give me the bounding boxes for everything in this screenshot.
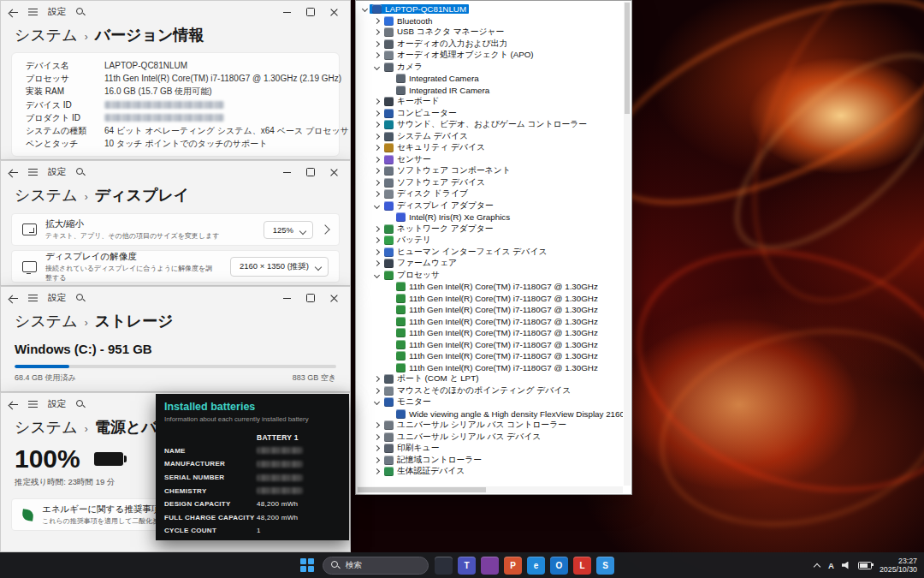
device-node[interactable]: ディスプレイ アダプター xyxy=(382,200,496,212)
device-tree-item[interactable]: ディスク ドライブ xyxy=(358,188,623,200)
device-node[interactable]: 11th Gen Intel(R) Core(TM) i7-1180G7 @ 1… xyxy=(394,317,601,326)
device-node[interactable]: 生体認証デバイス xyxy=(382,466,467,477)
device-tree-item[interactable]: Bluetooth xyxy=(358,15,623,27)
tray-battery-icon[interactable] xyxy=(858,562,872,569)
device-node[interactable]: Integrated Camera xyxy=(394,74,482,83)
device-tree-item[interactable]: USB コネクタ マネージャー xyxy=(358,27,623,39)
breadcrumb-root[interactable]: システム xyxy=(15,185,78,206)
device-tree-item[interactable]: 印刷キュー xyxy=(358,443,623,455)
resolution-setting-row[interactable]: ディスプレイの解像度 接続されているディスプレイに合うように解像度を調整する 2… xyxy=(11,250,340,283)
device-node[interactable]: ファームウェア xyxy=(382,258,459,269)
device-node[interactable]: 11th Gen Intel(R) Core(TM) i7-1180G7 @ 1… xyxy=(394,328,601,337)
device-tree-item[interactable]: オーディオ処理オブジェクト (APO) xyxy=(358,50,623,62)
ime-indicator[interactable]: A xyxy=(828,561,834,570)
device-node[interactable]: 11th Gen Intel(R) Core(TM) i7-1180G7 @ 1… xyxy=(394,294,601,303)
device-tree-item[interactable]: ファームウェア xyxy=(358,258,623,270)
device-tree-item[interactable]: ディスプレイ アダプター xyxy=(358,200,623,212)
device-tree-item[interactable]: Integrated IR Camera xyxy=(358,85,623,97)
back-icon[interactable] xyxy=(9,294,18,302)
breadcrumb-root[interactable]: システム xyxy=(15,311,78,331)
device-node[interactable]: ネットワーク アダプター xyxy=(382,223,496,235)
device-node[interactable]: ヒューマン インターフェイス デバイス xyxy=(382,247,549,258)
search-icon[interactable] xyxy=(76,168,86,177)
skype-taskbar-icon[interactable]: S xyxy=(596,557,614,575)
tray-chevron-up-icon[interactable] xyxy=(814,563,820,569)
back-icon[interactable] xyxy=(9,400,18,408)
device-node[interactable]: セキュリティ デバイス xyxy=(382,142,488,153)
chevron-collapsed-icon[interactable] xyxy=(371,146,382,150)
device-node[interactable]: オーディオ処理オブジェクト (APO) xyxy=(382,50,536,61)
device-tree-item[interactable]: ポート (COM と LPT) xyxy=(358,373,623,385)
chevron-collapsed-icon[interactable] xyxy=(371,158,382,162)
device-tree-item[interactable]: サウンド、ビデオ、およびゲーム コントローラー xyxy=(358,119,623,131)
device-node[interactable]: 11th Gen Intel(R) Core(TM) i7-1180G7 @ 1… xyxy=(394,305,601,314)
chevron-collapsed-icon[interactable] xyxy=(371,19,382,23)
powerpoint-taskbar-icon[interactable]: P xyxy=(504,557,522,575)
device-node[interactable]: ディスク ドライブ xyxy=(382,188,471,200)
device-node[interactable]: Integrated IR Camera xyxy=(394,86,492,95)
device-tree-item[interactable]: Intel(R) Iris(R) Xe Graphics xyxy=(358,212,623,223)
edge-taskbar-icon[interactable]: e xyxy=(527,557,545,575)
device-node[interactable]: 11th Gen Intel(R) Core(TM) i7-1180G7 @ 1… xyxy=(394,282,601,291)
device-tree-item[interactable]: コンピューター xyxy=(358,108,623,120)
vertical-scrollbar[interactable] xyxy=(624,2,631,486)
device-node[interactable]: Intel(R) Iris(R) Xe Graphics xyxy=(394,212,512,222)
selected-device-node[interactable]: LAPTOP-QC81NLUM xyxy=(370,4,469,14)
device-node[interactable]: キーボード xyxy=(382,96,442,107)
device-tree-item[interactable]: ヒューマン インターフェイス デバイス xyxy=(358,247,623,259)
device-tree-item[interactable]: カメラ xyxy=(358,62,623,74)
device-node[interactable]: 11th Gen Intel(R) Core(TM) i7-1180G7 @ 1… xyxy=(394,340,601,349)
chevron-collapsed-icon[interactable] xyxy=(371,446,382,450)
device-node[interactable]: 記憶域コントローラー xyxy=(382,455,484,466)
device-tree-item[interactable]: 記憶域コントローラー xyxy=(358,455,623,467)
search-icon[interactable] xyxy=(76,294,86,303)
dark-app-taskbar-icon[interactable] xyxy=(435,557,453,575)
device-node[interactable]: ポート (COM と LPT) xyxy=(382,373,481,384)
device-node[interactable]: センサー xyxy=(382,154,434,165)
device-tree-item[interactable]: センサー xyxy=(358,154,623,166)
device-tree-item[interactable]: ネットワーク アダプター xyxy=(358,223,623,235)
close-button[interactable] xyxy=(330,295,338,302)
chevron-expanded-icon[interactable] xyxy=(371,204,382,208)
device-node[interactable]: コンピューター xyxy=(382,108,459,119)
chevron-collapsed-icon[interactable] xyxy=(371,53,382,57)
device-tree-item[interactable]: Integrated Camera xyxy=(358,73,623,85)
hamburger-menu-icon[interactable] xyxy=(28,9,38,16)
device-tree-item[interactable]: セキュリティ デバイス xyxy=(358,142,623,154)
device-node[interactable]: Bluetooth xyxy=(382,16,435,26)
chevron-collapsed-icon[interactable] xyxy=(371,469,382,474)
device-tree-item[interactable]: 11th Gen Intel(R) Core(TM) i7-1180G7 @ 1… xyxy=(358,316,623,328)
chevron-collapsed-icon[interactable] xyxy=(371,435,382,439)
chevron-expanded-icon[interactable] xyxy=(371,400,382,404)
device-tree-item[interactable]: 11th Gen Intel(R) Core(TM) i7-1180G7 @ 1… xyxy=(358,339,623,351)
device-tree-item[interactable]: 11th Gen Intel(R) Core(TM) i7-1180G7 @ 1… xyxy=(358,293,623,305)
breadcrumb-root[interactable]: システム xyxy=(15,417,78,438)
device-tree-item[interactable]: プロセッサ xyxy=(358,270,623,282)
chevron-collapsed-icon[interactable] xyxy=(371,192,382,196)
chevron-collapsed-icon[interactable] xyxy=(371,458,382,462)
hamburger-menu-icon[interactable] xyxy=(28,401,38,408)
chevron-collapsed-icon[interactable] xyxy=(371,181,382,185)
chevron-collapsed-icon[interactable] xyxy=(371,134,382,139)
device-node[interactable]: USB コネクタ マネージャー xyxy=(382,27,506,38)
device-tree-item[interactable]: 11th Gen Intel(R) Core(TM) i7-1180G7 @ 1… xyxy=(358,362,623,374)
device-tree-item[interactable]: システム デバイス xyxy=(358,131,623,143)
device-tree-item[interactable]: マウスとそのほかのポインティング デバイス xyxy=(358,385,623,397)
device-tree-item[interactable]: ソフトウェア デバイス xyxy=(358,177,623,189)
device-tree-item[interactable]: 11th Gen Intel(R) Core(TM) i7-1180G7 @ 1… xyxy=(358,304,623,316)
device-tree-item[interactable]: 11th Gen Intel(R) Core(TM) i7-1180G7 @ 1… xyxy=(358,281,623,293)
device-node[interactable]: カメラ xyxy=(382,62,425,73)
chevron-collapsed-icon[interactable] xyxy=(371,227,382,231)
start-button[interactable] xyxy=(298,556,317,575)
device-node[interactable]: ソフトウェア デバイス xyxy=(382,177,488,188)
minimize-button[interactable] xyxy=(283,169,291,176)
device-node[interactable]: プロセッサ xyxy=(382,270,442,281)
device-tree-item[interactable]: ユニバーサル シリアル バス コントローラー xyxy=(358,420,623,432)
hamburger-menu-icon[interactable] xyxy=(28,295,38,302)
outlook-taskbar-icon[interactable]: O xyxy=(550,557,568,575)
chevron-collapsed-icon[interactable] xyxy=(371,111,382,116)
device-tree-item[interactable]: モニター xyxy=(358,396,623,408)
device-node[interactable]: Wide viewing angle & High density FlexVi… xyxy=(394,409,623,419)
device-tree-item[interactable]: 生体認証デバイス xyxy=(358,466,623,478)
chevron-expanded-icon[interactable] xyxy=(359,7,370,11)
